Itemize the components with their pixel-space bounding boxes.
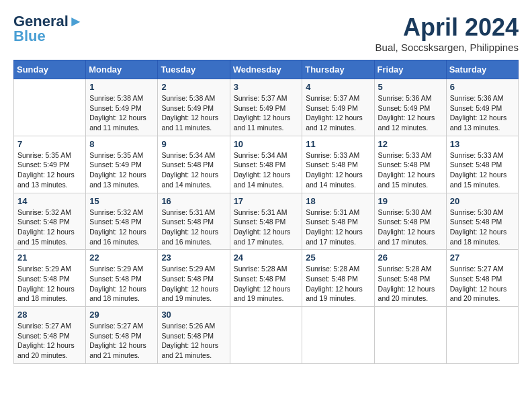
weekday-header-cell: Friday (374, 60, 446, 79)
title-area: April 2024 Bual, Soccsksargen, Philippin… (375, 13, 519, 53)
calendar-day-cell: 12Sunrise: 5:33 AM Sunset: 5:48 PM Dayli… (374, 136, 446, 193)
day-detail: Sunrise: 5:37 AM Sunset: 5:49 PM Dayligh… (234, 93, 299, 133)
day-number: 29 (89, 310, 154, 320)
day-number: 9 (161, 139, 226, 149)
day-detail: Sunrise: 5:28 AM Sunset: 5:48 PM Dayligh… (378, 264, 443, 304)
calendar-day-cell (302, 307, 374, 364)
logo: General► Blue (13, 13, 83, 44)
day-number: 19 (378, 196, 443, 206)
calendar-day-cell: 21Sunrise: 5:29 AM Sunset: 5:48 PM Dayli… (14, 250, 86, 307)
weekday-header-cell: Wednesday (230, 60, 302, 79)
day-detail: Sunrise: 5:35 AM Sunset: 5:49 PM Dayligh… (89, 150, 154, 190)
calendar-day-cell: 28Sunrise: 5:27 AM Sunset: 5:48 PM Dayli… (14, 307, 86, 364)
calendar-day-cell: 23Sunrise: 5:29 AM Sunset: 5:48 PM Dayli… (158, 250, 230, 307)
day-number: 4 (306, 82, 370, 92)
day-detail: Sunrise: 5:35 AM Sunset: 5:49 PM Dayligh… (17, 150, 82, 190)
calendar-day-cell: 8Sunrise: 5:35 AM Sunset: 5:49 PM Daylig… (86, 136, 158, 193)
calendar-day-cell: 5Sunrise: 5:36 AM Sunset: 5:49 PM Daylig… (374, 79, 446, 136)
day-number: 16 (161, 196, 226, 206)
weekday-header-cell: Sunday (14, 60, 86, 79)
calendar-week-row: 28Sunrise: 5:27 AM Sunset: 5:48 PM Dayli… (14, 307, 519, 364)
weekday-header-cell: Monday (86, 60, 158, 79)
calendar-day-cell: 29Sunrise: 5:27 AM Sunset: 5:48 PM Dayli… (86, 307, 158, 364)
day-number: 24 (234, 253, 299, 263)
calendar-day-cell: 16Sunrise: 5:31 AM Sunset: 5:48 PM Dayli… (158, 193, 230, 250)
day-detail: Sunrise: 5:30 AM Sunset: 5:48 PM Dayligh… (450, 208, 515, 247)
calendar-day-cell: 30Sunrise: 5:26 AM Sunset: 5:48 PM Dayli… (158, 307, 230, 364)
day-detail: Sunrise: 5:32 AM Sunset: 5:48 PM Dayligh… (89, 208, 154, 247)
day-number: 22 (89, 253, 154, 263)
day-number: 3 (234, 82, 299, 92)
calendar-table: SundayMondayTuesdayWednesdayThursdayFrid… (13, 60, 519, 364)
weekday-header-row: SundayMondayTuesdayWednesdayThursdayFrid… (14, 60, 519, 79)
day-number: 30 (161, 310, 226, 320)
calendar-week-row: 14Sunrise: 5:32 AM Sunset: 5:48 PM Dayli… (14, 193, 519, 250)
calendar-day-cell (374, 307, 446, 364)
weekday-header-cell: Tuesday (158, 60, 230, 79)
day-detail: Sunrise: 5:27 AM Sunset: 5:48 PM Dayligh… (17, 321, 82, 361)
calendar-day-cell (230, 307, 302, 364)
calendar-day-cell: 22Sunrise: 5:29 AM Sunset: 5:48 PM Dayli… (86, 250, 158, 307)
day-detail: Sunrise: 5:26 AM Sunset: 5:48 PM Dayligh… (161, 321, 226, 361)
calendar-day-cell: 20Sunrise: 5:30 AM Sunset: 5:48 PM Dayli… (446, 193, 518, 250)
location: Bual, Soccsksargen, Philippines (375, 42, 519, 53)
logo-line2: Blue (13, 28, 46, 44)
day-number: 26 (378, 253, 443, 263)
day-detail: Sunrise: 5:33 AM Sunset: 5:48 PM Dayligh… (306, 150, 370, 190)
calendar-day-cell: 3Sunrise: 5:37 AM Sunset: 5:49 PM Daylig… (230, 79, 302, 136)
day-number: 11 (306, 139, 370, 149)
calendar-day-cell: 9Sunrise: 5:34 AM Sunset: 5:48 PM Daylig… (158, 136, 230, 193)
day-detail: Sunrise: 5:37 AM Sunset: 5:49 PM Dayligh… (306, 93, 370, 133)
day-number: 7 (17, 139, 82, 149)
day-number: 14 (17, 196, 82, 206)
day-detail: Sunrise: 5:34 AM Sunset: 5:48 PM Dayligh… (161, 150, 226, 190)
day-number: 17 (234, 196, 299, 206)
day-detail: Sunrise: 5:38 AM Sunset: 5:49 PM Dayligh… (89, 93, 154, 133)
calendar-day-cell: 10Sunrise: 5:34 AM Sunset: 5:48 PM Dayli… (230, 136, 302, 193)
day-number: 21 (17, 253, 82, 263)
calendar-day-cell: 14Sunrise: 5:32 AM Sunset: 5:48 PM Dayli… (14, 193, 86, 250)
day-detail: Sunrise: 5:38 AM Sunset: 5:49 PM Dayligh… (161, 93, 226, 133)
calendar-day-cell: 15Sunrise: 5:32 AM Sunset: 5:48 PM Dayli… (86, 193, 158, 250)
day-detail: Sunrise: 5:31 AM Sunset: 5:48 PM Dayligh… (306, 208, 370, 247)
calendar-day-cell: 2Sunrise: 5:38 AM Sunset: 5:49 PM Daylig… (158, 79, 230, 136)
day-number: 12 (378, 139, 443, 149)
calendar-day-cell: 13Sunrise: 5:33 AM Sunset: 5:48 PM Dayli… (446, 136, 518, 193)
calendar-day-cell: 25Sunrise: 5:28 AM Sunset: 5:48 PM Dayli… (302, 250, 374, 307)
day-detail: Sunrise: 5:29 AM Sunset: 5:48 PM Dayligh… (89, 264, 154, 304)
weekday-header-cell: Saturday (446, 60, 518, 79)
day-detail: Sunrise: 5:31 AM Sunset: 5:48 PM Dayligh… (161, 208, 226, 247)
day-detail: Sunrise: 5:33 AM Sunset: 5:48 PM Dayligh… (450, 150, 515, 190)
day-detail: Sunrise: 5:34 AM Sunset: 5:48 PM Dayligh… (234, 150, 299, 190)
month-title: April 2024 (375, 13, 519, 42)
day-detail: Sunrise: 5:33 AM Sunset: 5:48 PM Dayligh… (378, 150, 443, 190)
day-detail: Sunrise: 5:28 AM Sunset: 5:48 PM Dayligh… (234, 264, 299, 304)
day-number: 2 (161, 82, 226, 92)
day-detail: Sunrise: 5:29 AM Sunset: 5:48 PM Dayligh… (161, 264, 226, 304)
page-header: General► Blue April 2024 Bual, Soccsksar… (13, 13, 519, 53)
calendar-day-cell: 24Sunrise: 5:28 AM Sunset: 5:48 PM Dayli… (230, 250, 302, 307)
day-number: 20 (450, 196, 515, 206)
day-number: 28 (17, 310, 82, 320)
day-detail: Sunrise: 5:28 AM Sunset: 5:48 PM Dayligh… (306, 264, 370, 304)
day-number: 15 (89, 196, 154, 206)
weekday-header-cell: Thursday (302, 60, 374, 79)
calendar-week-row: 1Sunrise: 5:38 AM Sunset: 5:49 PM Daylig… (14, 79, 519, 136)
day-detail: Sunrise: 5:27 AM Sunset: 5:48 PM Dayligh… (89, 321, 154, 361)
calendar-week-row: 21Sunrise: 5:29 AM Sunset: 5:48 PM Dayli… (14, 250, 519, 307)
day-number: 5 (378, 82, 443, 92)
day-detail: Sunrise: 5:36 AM Sunset: 5:49 PM Dayligh… (450, 93, 515, 133)
day-number: 23 (161, 253, 226, 263)
calendar-day-cell: 7Sunrise: 5:35 AM Sunset: 5:49 PM Daylig… (14, 136, 86, 193)
day-number: 6 (450, 82, 515, 92)
day-number: 25 (306, 253, 370, 263)
day-number: 13 (450, 139, 515, 149)
day-detail: Sunrise: 5:29 AM Sunset: 5:48 PM Dayligh… (17, 264, 82, 304)
day-detail: Sunrise: 5:31 AM Sunset: 5:48 PM Dayligh… (234, 208, 299, 247)
day-number: 27 (450, 253, 515, 263)
calendar-day-cell: 26Sunrise: 5:28 AM Sunset: 5:48 PM Dayli… (374, 250, 446, 307)
day-number: 1 (89, 82, 154, 92)
day-detail: Sunrise: 5:32 AM Sunset: 5:48 PM Dayligh… (17, 208, 82, 247)
calendar-day-cell: 1Sunrise: 5:38 AM Sunset: 5:49 PM Daylig… (86, 79, 158, 136)
day-number: 8 (89, 139, 154, 149)
